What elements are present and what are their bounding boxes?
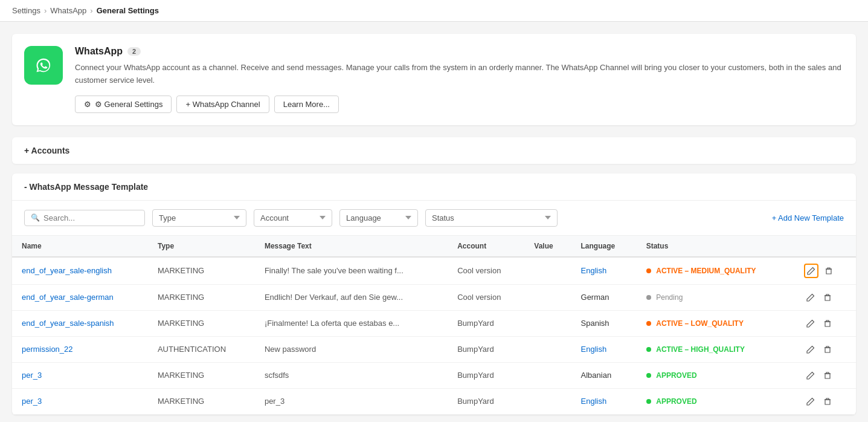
trash-icon (823, 319, 832, 328)
col-name: Name (12, 236, 148, 257)
cell-name[interactable]: end_of_year_sale-german (12, 284, 148, 310)
cell-name[interactable]: per_3 (12, 362, 148, 388)
general-settings-label: ⚙ General Settings (95, 100, 162, 109)
status-dot (646, 399, 651, 404)
delete-button[interactable] (821, 395, 834, 408)
add-template-button[interactable]: + Add New Template (772, 213, 844, 222)
cell-status: ACTIVE – LOW_QUALITY (637, 310, 794, 336)
cell-name[interactable]: permission_22 (12, 336, 148, 362)
search-input[interactable] (43, 213, 138, 222)
edit-button[interactable] (804, 291, 817, 304)
gear-icon: ⚙ (84, 100, 91, 109)
table-header-row: Name Type Message Text Account Value Lan… (12, 236, 856, 257)
cell-type: MARKETING (148, 284, 255, 310)
cell-actions (794, 388, 856, 414)
col-type: Type (148, 236, 255, 257)
cell-value (524, 362, 571, 388)
delete-button[interactable] (821, 291, 834, 304)
card-description: Connect your WhatsApp account as a chann… (75, 62, 844, 87)
cell-value (524, 257, 571, 285)
breadcrumb: Settings › WhatsApp › General Settings (0, 0, 868, 22)
trash-icon (823, 397, 832, 406)
edit-icon (806, 345, 815, 354)
cell-actions (794, 257, 856, 285)
card-title-row: WhatsApp 2 (75, 46, 844, 57)
cell-name[interactable]: end_of_year_sale-spanish (12, 310, 148, 336)
cell-message: scfsdfs (255, 362, 448, 388)
cell-message: per_3 (255, 388, 448, 414)
col-account: Account (448, 236, 524, 257)
table-row: end_of_year_sale-spanish MARKETING ¡Fina… (12, 310, 856, 336)
cell-value (524, 310, 571, 336)
template-section-header[interactable]: - WhatsApp Message Template (12, 174, 856, 201)
cell-message: Endlich! Der Verkauf, auf den Sie gew... (255, 284, 448, 310)
search-box[interactable]: 🔍 (24, 210, 145, 226)
breadcrumb-sep-2: › (90, 6, 92, 15)
edit-button[interactable] (804, 369, 817, 382)
delete-button[interactable] (822, 264, 835, 278)
edit-icon (806, 397, 815, 406)
edit-button[interactable] (804, 264, 818, 278)
learn-more-button[interactable]: Learn More... (274, 96, 339, 113)
language-dropdown[interactable]: Language English German Spanish Albanian (339, 209, 418, 227)
delete-button[interactable] (821, 343, 834, 356)
action-cell (804, 369, 846, 382)
cell-value (524, 284, 571, 310)
action-cell (804, 291, 846, 304)
cell-message: New password (255, 336, 448, 362)
status-dropdown[interactable]: Status ACTIVE – MEDIUM_QUALITY ACTIVE – … (425, 209, 558, 227)
add-whatsapp-channel-button[interactable]: + WhatsApp Channel (176, 96, 269, 113)
breadcrumb-current: General Settings (97, 6, 159, 15)
template-section: - WhatsApp Message Template 🔍 Type MARKE… (12, 174, 856, 415)
cell-language: English (571, 257, 637, 285)
main-content: WhatsApp 2 Connect your WhatsApp account… (0, 22, 868, 422)
edit-button[interactable] (804, 395, 817, 408)
cell-value (524, 388, 571, 414)
cell-message: ¡Finalmente! La oferta que estabas e... (255, 310, 448, 336)
card-title: WhatsApp (75, 46, 123, 57)
delete-button[interactable] (821, 317, 834, 330)
svg-point-0 (32, 54, 55, 77)
cell-language: English (571, 336, 637, 362)
templates-table: Name Type Message Text Account Value Lan… (12, 236, 856, 415)
account-dropdown[interactable]: Account Cool version BumpYard (254, 209, 332, 227)
status-dot (646, 268, 651, 273)
cell-type: MARKETING (148, 388, 255, 414)
cell-language: English (571, 388, 637, 414)
trash-icon (823, 371, 832, 380)
whatsapp-logo (24, 46, 63, 85)
cell-message: Finally! The sale you've been waiting f.… (255, 257, 448, 285)
col-language: Language (571, 236, 637, 257)
table-row: per_3 MARKETING per_3 BumpYard English A… (12, 388, 856, 414)
breadcrumb-whatsapp[interactable]: WhatsApp (50, 6, 86, 15)
template-section-label: - WhatsApp Message Template (24, 182, 148, 192)
cell-type: AUTHENTICATION (148, 336, 255, 362)
cell-account: Cool version (448, 257, 524, 285)
status-label: APPROVED (656, 371, 696, 380)
cell-name[interactable]: end_of_year_sale-english (12, 257, 148, 285)
cell-actions (794, 284, 856, 310)
whatsapp-icon (31, 53, 56, 77)
edit-icon (806, 293, 815, 302)
col-actions (794, 236, 856, 257)
cell-status: APPROVED (637, 388, 794, 414)
table-row: end_of_year_sale-german MARKETING Endlic… (12, 284, 856, 310)
cell-actions (794, 362, 856, 388)
col-value: Value (524, 236, 571, 257)
cell-account: BumpYard (448, 336, 524, 362)
status-dot (646, 321, 651, 326)
accounts-section-header[interactable]: + Accounts (12, 137, 856, 164)
status-label: Pending (656, 293, 683, 302)
edit-icon (806, 371, 815, 380)
edit-button[interactable] (804, 317, 817, 330)
cell-name[interactable]: per_3 (12, 388, 148, 414)
trash-icon (823, 293, 832, 302)
delete-button[interactable] (821, 369, 834, 382)
breadcrumb-settings[interactable]: Settings (12, 6, 40, 15)
card-actions: ⚙ ⚙ General Settings + WhatsApp Channel … (75, 96, 844, 113)
type-dropdown[interactable]: Type MARKETING AUTHENTICATION (152, 209, 246, 227)
general-settings-button[interactable]: ⚙ ⚙ General Settings (75, 96, 172, 113)
cell-type: MARKETING (148, 362, 255, 388)
status-dot (646, 295, 651, 300)
edit-button[interactable] (804, 343, 817, 356)
